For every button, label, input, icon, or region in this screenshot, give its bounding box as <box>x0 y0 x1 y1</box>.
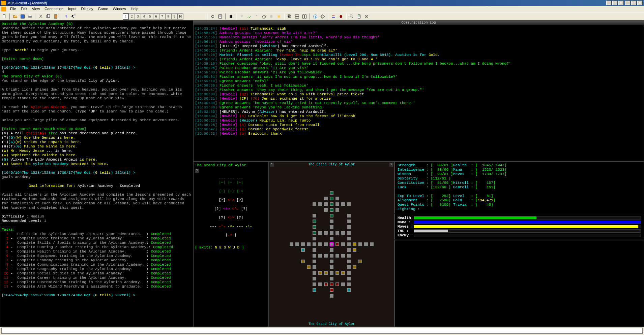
svg-point-30 <box>366 16 367 17</box>
new-icon[interactable] <box>1 13 7 20</box>
config-icon[interactable] <box>320 13 326 20</box>
menu-help[interactable]: Help <box>129 7 141 11</box>
cut-icon[interactable] <box>38 13 44 20</box>
menu-file[interactable]: File <box>8 7 18 11</box>
aliases-icon[interactable]: ≡ <box>239 13 245 20</box>
svg-rect-1 <box>21 14 25 18</box>
mdi-restore-button[interactable]: ❐ <box>612 1 618 5</box>
blank-panel <box>394 240 644 327</box>
svg-rect-17 <box>295 14 299 16</box>
map-title: The Grand City of Aylor <box>269 163 394 166</box>
tab-4[interactable]: 4 <box>141 13 147 20</box>
prompt: [1045/1947hp 1523/1523mn 1739/1747mv 0qt… <box>2 171 192 175</box>
menu-connection[interactable]: Connection <box>42 7 65 11</box>
stats-box: Strength : [ 80/61 ]Health : [ 1045/ 194… <box>394 162 644 213</box>
close-button[interactable]: ✕ <box>637 1 643 5</box>
tnl-bar: TNL : <box>398 229 641 233</box>
exits: [Exits: north east south west up down] <box>2 127 192 131</box>
scripts-icon[interactable] <box>356 13 362 20</box>
save-icon[interactable] <box>20 13 26 20</box>
tab-7[interactable]: 7 <box>159 13 165 20</box>
debug-icon[interactable] <box>338 13 344 20</box>
users-icon[interactable] <box>330 13 336 20</box>
communication-log[interactable]: Communication Log [14:53:24] [Newbie] (1… <box>193 20 644 162</box>
input-echo: d <box>2 70 192 74</box>
mana-bar: Mana : <box>398 220 641 224</box>
mini-map-text[interactable]: The Grand City of Aylor ? --- --- --- |+… <box>193 162 269 327</box>
variables-icon[interactable]: ⊞ <box>268 13 274 20</box>
svg-text:?: ? <box>65 14 67 19</box>
timer-icon[interactable] <box>261 13 267 20</box>
info-icon[interactable]: i <box>312 13 318 20</box>
svg-rect-6 <box>54 14 57 18</box>
window-controls: _ ❐ ✕ <box>625 1 643 5</box>
minimize-button[interactable]: _ <box>625 1 631 5</box>
find-icon[interactable] <box>349 13 355 20</box>
app-icon <box>1 1 6 5</box>
svg-rect-0 <box>3 14 5 18</box>
menu-display[interactable]: Display <box>79 7 95 11</box>
tab-6[interactable]: 6 <box>153 13 159 20</box>
svg-point-25 <box>333 15 335 16</box>
cascade-icon[interactable] <box>287 13 293 20</box>
stats-pane: Strength : [ 80/61 ]Health : [ 1045/ 194… <box>394 162 644 327</box>
help-icon[interactable]: ? <box>195 169 199 173</box>
context-help-icon[interactable]: ? <box>71 13 77 20</box>
menu-view[interactable]: View <box>30 7 42 11</box>
world-icon <box>1 7 6 11</box>
paste-icon[interactable] <box>53 13 59 20</box>
window-title: MUSHclient - [Aardwolf] <box>7 1 47 5</box>
command-input[interactable] <box>1 328 643 334</box>
tab-1[interactable]: 1 <box>123 13 129 20</box>
svg-point-26 <box>340 15 342 18</box>
svg-rect-11 <box>230 15 231 18</box>
svg-rect-10 <box>219 14 222 18</box>
health-bar: Health: <box>398 216 641 220</box>
plugins-icon[interactable] <box>276 13 282 20</box>
open-icon[interactable] <box>12 13 18 20</box>
run-icon[interactable] <box>363 13 370 20</box>
tab-9[interactable]: 9 <box>171 13 177 20</box>
tile-h-icon[interactable] <box>294 13 300 20</box>
print-icon[interactable] <box>27 13 33 20</box>
tab-8[interactable]: 8 <box>165 13 171 20</box>
menubar: File Edit View Connection Input Display … <box>0 6 644 12</box>
tab-3[interactable]: 3 <box>135 13 141 20</box>
room-title: The Grand City of Aylor (G) <box>2 74 192 79</box>
tab-10[interactable]: 10 <box>177 13 183 20</box>
mdi-minimize-button[interactable]: _ <box>606 1 612 5</box>
help-icon[interactable]: ? <box>63 13 69 20</box>
mdi-close-button[interactable]: ✕ <box>618 1 624 5</box>
menu-game[interactable]: Game <box>96 7 110 11</box>
tile-v-icon[interactable] <box>301 13 308 20</box>
exits-line: [ Exits: N E S W U D ] <box>195 245 267 249</box>
restore-button[interactable]: ❐ <box>631 1 637 5</box>
menu-input[interactable]: Input <box>66 7 78 11</box>
svg-rect-5 <box>47 14 50 17</box>
notepad-icon[interactable] <box>217 13 223 20</box>
pause-icon[interactable] <box>228 13 234 20</box>
graphical-map[interactable]: * The Grand City of Aylor ? The Grand Ci… <box>269 162 394 327</box>
timers-icon[interactable] <box>246 13 252 20</box>
svg-point-27 <box>350 14 352 17</box>
tab-5[interactable]: 5 <box>147 13 153 20</box>
map-footer: The Grand City of Aylor <box>269 322 394 326</box>
main-output[interactable]: Outside the Aylorian Academy (G) Standin… <box>0 20 193 327</box>
svg-rect-14 <box>278 15 280 18</box>
toolbar: ? ? 1 2 3 4 5 6 7 8 9 10 ≡ * ⊞ i <box>0 12 644 20</box>
moves-bar: Moves : <box>398 225 641 229</box>
svg-rect-18 <box>295 16 299 18</box>
svg-rect-28 <box>358 14 360 18</box>
task-list: 1 - Enlist in the Aylorian Academy to st… <box>2 232 192 289</box>
menu-window[interactable]: Window <box>111 7 128 11</box>
exits: [Exits: north down] <box>2 57 192 61</box>
tab-2[interactable]: 2 <box>129 13 135 20</box>
svg-rect-20 <box>305 14 306 18</box>
copy-icon[interactable] <box>45 13 51 20</box>
bars-box: Health: Mana : Moves : TNL : Enemy : <box>394 214 644 239</box>
map-help-icon[interactable]: ? <box>389 163 393 167</box>
connect-icon[interactable] <box>210 13 216 20</box>
svg-rect-2 <box>28 15 32 18</box>
menu-edit[interactable]: Edit <box>19 7 29 11</box>
triggers-icon[interactable]: * <box>254 13 260 20</box>
